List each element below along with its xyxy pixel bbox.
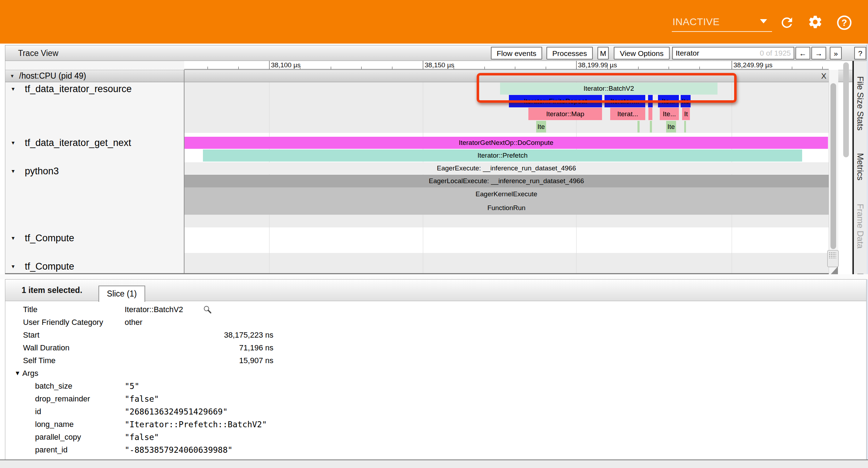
tf-profiler-trace-viewer: INACTIVE ? Trace View Flow events Proces… <box>0 0 868 468</box>
detail-value: "false" <box>125 431 159 444</box>
expand-panel-button[interactable]: » <box>830 47 842 60</box>
detail-row: parallel_copy"false" <box>5 431 855 444</box>
processes-button[interactable]: Processes <box>546 47 593 60</box>
detail-value: "false" <box>125 393 159 405</box>
trace-event-bar[interactable] <box>650 121 652 132</box>
trace-event-bar[interactable] <box>684 121 686 132</box>
row-band <box>184 253 829 273</box>
chevron-down-icon: ▼ <box>10 70 15 82</box>
track-label-row[interactable]: ▼tf_Compute <box>5 260 182 272</box>
trace-event-bar[interactable]: Ite <box>536 121 546 132</box>
metadata-button[interactable]: M <box>597 47 609 60</box>
refresh-icon[interactable] <box>779 15 795 30</box>
shortcuts-help-button[interactable]: ? <box>854 47 866 60</box>
ruler-tick-label: 38,100 µs <box>271 61 301 69</box>
resize-corner-icon[interactable] <box>831 266 838 274</box>
page-scrollbar-thumb[interactable] <box>843 62 849 157</box>
detail-row: long_name"Iterator::Prefetch::BatchV2" <box>5 418 855 431</box>
detail-row: User Friendly Categoryother <box>5 316 855 329</box>
detail-row: ▼Args <box>5 367 855 380</box>
trace-event-bar[interactable]: It <box>682 108 690 120</box>
detail-row: Start38,175,223 ns <box>5 329 855 342</box>
help-icon[interactable]: ? <box>836 15 852 30</box>
detail-value: "5" <box>125 380 140 393</box>
find-next-button[interactable]: → <box>811 47 826 60</box>
detail-row: Self Time15,907 ns <box>5 354 855 367</box>
tab-slice[interactable]: Slice (1) <box>98 286 145 302</box>
ruler-major-tick <box>576 61 577 69</box>
trace-event-bar[interactable] <box>648 108 652 120</box>
detail-label: Start <box>23 329 39 342</box>
detail-value: 38,175,223 ns <box>125 329 273 342</box>
trace-event-bar[interactable]: Iterator::Map <box>528 108 602 120</box>
search-value: Iterator <box>673 49 760 57</box>
trace-toolbar: Trace View Flow events Processes M View … <box>5 45 867 61</box>
side-tab-file-size-stats[interactable]: File Size Stats <box>855 76 865 130</box>
flow-events-button[interactable]: Flow events <box>491 47 542 60</box>
trace-event-bar[interactable]: IteratorGetNextOp::DoCompute <box>184 137 828 149</box>
trace-event-bar[interactable]: FunctionRun <box>184 201 829 215</box>
trace-scrollbar-thumb[interactable] <box>830 83 836 249</box>
drag-grip-handle[interactable] <box>827 250 839 267</box>
view-options-button[interactable]: View Options <box>614 47 670 60</box>
annotation-highlight-box <box>477 73 737 103</box>
trace-event-bar[interactable]: Ite... <box>660 108 679 120</box>
row-band <box>184 215 829 227</box>
run-selector-underline <box>672 31 772 32</box>
detail-label: User Friendly Category <box>23 316 103 329</box>
detail-label: drop_remainder <box>35 393 90 405</box>
chevron-down-icon: ▼ <box>11 264 16 269</box>
trace-event-bar[interactable]: EagerExecute: __inference_run_dataset_49… <box>184 162 829 174</box>
detail-label: Self Time <box>23 354 56 367</box>
run-selector[interactable]: INACTIVE <box>672 13 772 31</box>
detail-label: Args <box>22 367 38 380</box>
detail-label: id <box>35 405 41 418</box>
detail-label: batch_size <box>35 380 72 393</box>
chevron-down-icon: ▼ <box>11 168 16 174</box>
detail-label: Wall Duration <box>23 342 69 354</box>
detail-value: Iterator::BatchV2 <box>125 303 183 316</box>
chevron-down-icon <box>760 19 767 23</box>
detail-row: parent_id"-8853857924060639988" <box>5 444 855 456</box>
trace-event-bar[interactable]: EagerKernelExecute <box>184 187 829 201</box>
ruler-tick-label: 38,150 µs <box>425 61 454 69</box>
ruler-tick-label: 38,199.99 µs <box>578 61 617 69</box>
side-tab-metrics[interactable]: Metrics <box>855 153 865 180</box>
app-header: INACTIVE ? <box>0 0 868 44</box>
track-label: tf_data_iterator_get_next <box>25 137 131 149</box>
detail-row: Wall Duration71,196 ns <box>5 342 855 354</box>
chevron-down-icon: ▼ <box>11 235 16 241</box>
track-label: tf_Compute <box>25 232 74 244</box>
gear-icon[interactable] <box>807 14 823 30</box>
trace-event-bar[interactable]: Ite <box>666 121 676 132</box>
track-label-row[interactable]: ▼tf_Compute <box>5 232 182 244</box>
detail-value: other <box>125 316 142 329</box>
trace-event-bar[interactable]: EagerLocalExecute: __inference_run_datas… <box>184 175 829 187</box>
track-label-row[interactable]: ▼tf_data_iterator_get_next <box>5 137 182 149</box>
trace-event-bar[interactable]: Iterat... <box>610 108 645 120</box>
detail-row: id"2686136324951429669" <box>5 405 855 418</box>
magnifier-icon[interactable] <box>203 305 212 316</box>
slice-details: TitleIterator::BatchV2User Friendly Cate… <box>5 301 867 459</box>
trace-event-bar[interactable]: Iterator::Prefetch <box>203 150 802 162</box>
detail-value: "Iterator::Prefetch::BatchV2" <box>125 418 267 431</box>
trace-event-bar[interactable] <box>637 121 640 132</box>
side-tab-strip: File Size StatsMetricsFrame DataIn <box>854 61 867 278</box>
args-expander-icon[interactable]: ▼ <box>15 367 21 380</box>
trace-view-title: Trace View <box>18 49 58 58</box>
track-label-row[interactable]: ▼python3 <box>5 165 182 177</box>
detail-value: "-8853857924060639988" <box>125 444 233 456</box>
row-band <box>184 133 829 137</box>
side-tab-frame-data[interactable]: Frame Data <box>855 204 865 249</box>
find-prev-button[interactable]: ← <box>795 47 810 60</box>
track-label-row[interactable]: ▼tf_data_iterator_resource <box>5 83 182 95</box>
detail-value: 15,907 ns <box>125 354 273 367</box>
detail-label: parallel_copy <box>35 431 81 444</box>
search-input[interactable]: Iterator 0 of 1925 <box>672 47 794 60</box>
track-label: tf_data_iterator_resource <box>25 83 132 95</box>
chevron-down-icon: ▼ <box>11 86 16 92</box>
chevron-down-icon: ▼ <box>11 140 16 146</box>
search-result-count: 0 of 1925 <box>760 49 794 57</box>
detail-label: parent_id <box>35 444 68 456</box>
ruler-baseline <box>184 69 829 69</box>
